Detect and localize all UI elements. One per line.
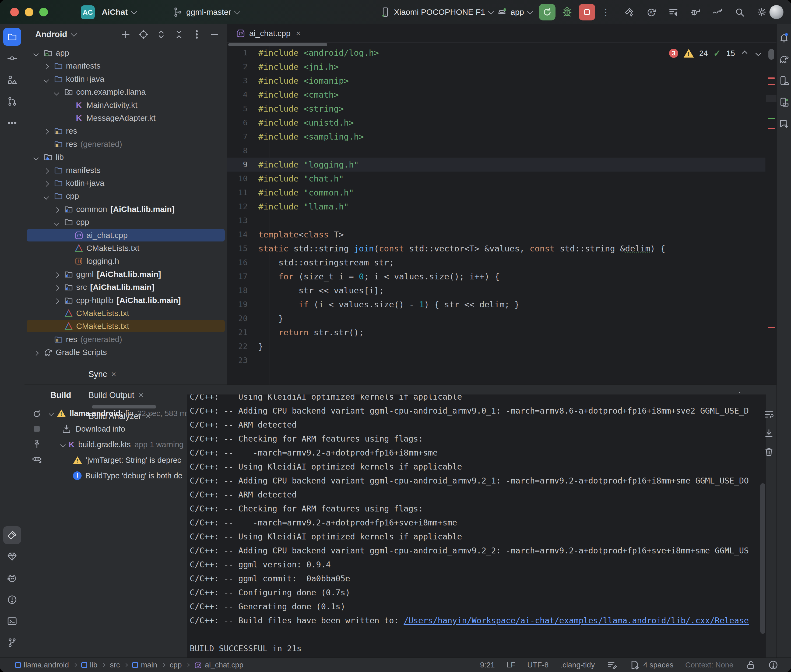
tree-item-res[interactable]: res (27, 125, 225, 137)
device-selector[interactable]: Xiaomi POCOPHONE F1 (380, 0, 493, 24)
tree-item-mainactivity-kt[interactable]: KMainActivity.kt (27, 99, 225, 111)
tree-item-cpp[interactable]: cpp (27, 216, 225, 228)
breadcrumb-item-lib[interactable]: lib (81, 661, 98, 669)
build-console[interactable]: C/C++: Using KleidiAI optimized kernels … (187, 395, 766, 658)
build-output-path-link[interactable]: /Users/hanyin/Workspace/ai-chat/examples… (404, 616, 749, 625)
zoom-window-button[interactable] (39, 8, 48, 16)
tool-window-button-gemini[interactable] (777, 116, 791, 132)
build-tree-item[interactable]: Kbuild.gradle.ktsapp 1 warning (61, 437, 184, 451)
breadcrumb-item-llama-android[interactable]: llama.android (15, 661, 69, 669)
branch-selector[interactable]: ggml-master (172, 0, 239, 24)
profiler-arrow-icon[interactable] (712, 7, 723, 18)
breadcrumb-item-cpp[interactable]: cpp (170, 661, 182, 669)
tool-window-button-pull-requests[interactable] (3, 93, 21, 110)
stop-button[interactable] (579, 4, 595, 21)
tree-item-messageadapter-kt[interactable]: KMessageAdapter.kt (27, 112, 225, 124)
tree-item-kotlin-java[interactable]: kotlin+java (27, 73, 225, 85)
tool-window-button-running-devices[interactable] (777, 94, 791, 110)
build-tree-item[interactable]: 'jvmTarget: String' is deprec (73, 453, 181, 467)
tool-window-button-notifications[interactable] (777, 30, 791, 46)
tool-window-button-version-control[interactable] (3, 634, 21, 651)
user-avatar[interactable] (770, 5, 783, 19)
tree-item-cmakelists-txt[interactable]: CMakeLists.txt (27, 307, 225, 320)
tree-item-src[interactable]: src[AiChat.lib.main] (27, 281, 225, 293)
event-log-icon[interactable] (768, 660, 779, 670)
locate-icon[interactable] (138, 29, 149, 40)
tool-window-button-more-tool-windows[interactable] (3, 114, 21, 132)
tree-item-lib[interactable]: lib (27, 151, 225, 163)
tree-item-app[interactable]: app (27, 47, 225, 59)
inspect-eye-icon[interactable] (24, 451, 49, 467)
breadcrumb-item-main[interactable]: main (132, 661, 157, 669)
tool-window-button-build[interactable] (3, 526, 21, 544)
settings-gear-icon[interactable] (756, 7, 767, 18)
scrollbar-thumb[interactable] (769, 49, 774, 60)
tree-item-cmakelists-txt[interactable]: CMakeLists.txt (27, 320, 225, 332)
tree-item-common[interactable]: common[AiChat.lib.main] (27, 203, 225, 215)
build-hammer-icon[interactable] (624, 7, 635, 18)
rerun-button[interactable] (539, 4, 555, 21)
tree-item-com-example-llama[interactable]: com.example.llama (27, 86, 225, 98)
tree-item-ggml[interactable]: ggml[AiChat.lib.main] (27, 268, 225, 280)
tree-item-kotlin-java[interactable]: kotlin+java (27, 177, 225, 189)
tool-window-button-structure[interactable] (3, 71, 21, 89)
build-tree-item[interactable]: iBuildType 'debug' is both de (73, 469, 183, 483)
hide-panel-icon[interactable] (209, 29, 220, 40)
search-icon[interactable] (734, 7, 745, 18)
context-indicator[interactable]: Context: None (685, 661, 733, 669)
console-scrollbar-thumb[interactable] (761, 483, 765, 634)
close-tab-icon[interactable]: × (139, 390, 143, 400)
tree-item-cpp[interactable]: cpp (27, 190, 225, 202)
stop-square-icon[interactable] (24, 421, 49, 437)
tool-window-button-terminal[interactable] (3, 612, 21, 630)
tool-window-button-gradle[interactable] (777, 51, 791, 67)
tree-item-gradle-scripts[interactable]: Gradle Scripts (27, 346, 225, 358)
run-options-kebab-icon[interactable]: ⋮ (601, 10, 610, 15)
profiler-lines-icon[interactable] (668, 7, 679, 18)
indent-setting[interactable]: 4 spaces (629, 660, 673, 670)
tool-window-button-commit[interactable] (3, 50, 21, 67)
minimize-window-button[interactable] (25, 8, 34, 16)
debug-button[interactable] (559, 4, 575, 21)
breadcrumb-item-ai-chat-cpp[interactable]: Cai_chat.cpp (194, 661, 243, 669)
tree-item-cpp-httplib[interactable]: cpp-httplib[AiChat.lib.main] (27, 294, 225, 307)
tab-ai-chat-cpp[interactable]: C ai_chat.cpp × (231, 24, 305, 43)
tree-item-res[interactable]: res(generated) (27, 333, 225, 346)
attach-debugger-icon[interactable] (690, 7, 701, 18)
scroll-to-end-icon[interactable] (764, 428, 774, 438)
add-icon[interactable] (120, 29, 131, 40)
file-encoding[interactable]: UTF-8 (527, 661, 549, 669)
soft-wrap-icon[interactable] (764, 409, 774, 420)
close-window-button[interactable] (10, 8, 19, 16)
clear-all-icon[interactable] (764, 446, 774, 458)
formatter-config[interactable]: .clang-tidy (560, 661, 595, 669)
close-tab-icon[interactable]: × (111, 370, 116, 379)
project-view-selector[interactable]: Android (35, 30, 75, 39)
build-tab-sync[interactable]: Sync× (88, 364, 151, 385)
error-stripe[interactable] (766, 24, 777, 384)
tree-item-manifests[interactable]: manifests (27, 164, 225, 176)
caret-position[interactable]: 9:21 (480, 661, 495, 669)
close-tab-icon[interactable]: × (296, 29, 301, 38)
apply-changes-icon[interactable]: A (646, 7, 657, 18)
breadcrumb-item-src[interactable]: src (110, 661, 120, 669)
line-ending[interactable]: LF (507, 661, 515, 669)
project-selector[interactable]: AiChat (102, 0, 135, 24)
tree-item-manifests[interactable]: manifests (27, 60, 225, 72)
sync-icon[interactable] (24, 406, 49, 421)
tree-item-logging-h[interactable]: Hlogging.h (27, 255, 225, 267)
build-tab-build-output[interactable]: Build Output× (88, 385, 151, 406)
tool-window-button-device-manager[interactable] (777, 73, 791, 89)
tree-item-ai-chat-cpp[interactable]: Cai_chat.cpp (27, 229, 225, 242)
collapse-all-icon[interactable] (173, 29, 185, 40)
build-tree-item[interactable]: Download info (61, 422, 125, 436)
tool-window-button-app-quality-insights[interactable] (3, 548, 21, 565)
tree-item-cmakelists-txt[interactable]: CMakeLists.txt (27, 242, 225, 254)
build-tree-item[interactable]: llama.android: fin22 sec, 583 ms (49, 406, 190, 420)
unlock-icon[interactable] (745, 660, 756, 670)
tool-window-button-project[interactable] (3, 28, 21, 46)
tool-window-button-problems[interactable] (3, 591, 21, 608)
options-kebab-icon[interactable] (191, 29, 202, 40)
editor-area[interactable]: C ai_chat.cpp × 3 24 ✓ 15 1#include <and… (227, 24, 777, 384)
tree-item-res[interactable]: res(generated) (27, 138, 225, 150)
